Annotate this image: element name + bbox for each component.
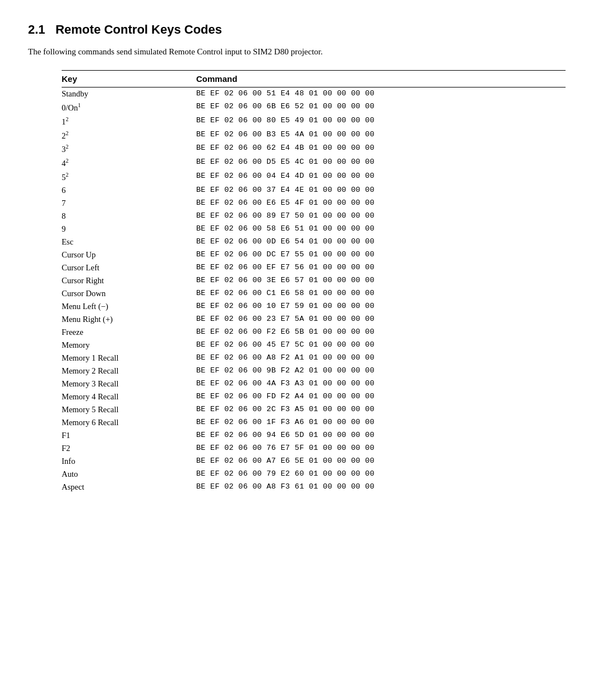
table-row: EscBE EF 02 06 00 0D E6 54 01 00 00 00 0…: [62, 236, 566, 248]
key-cell: Cursor Right: [62, 274, 196, 287]
table-row: Memory 6 RecallBE EF 02 06 00 1F F3 A6 0…: [62, 416, 566, 429]
key-cell: Cursor Up: [62, 248, 196, 261]
key-cell: Aspect: [62, 481, 196, 494]
command-cell: BE EF 02 06 00 45 E7 5C 01 00 00 00 00: [196, 339, 566, 352]
table-row: MemoryBE EF 02 06 00 45 E7 5C 01 00 00 0…: [62, 339, 566, 352]
keys-table: Key Command StandbyBE EF 02 06 00 51 E4 …: [62, 70, 566, 494]
key-cell: Memory 6 Recall: [62, 416, 196, 429]
command-cell: BE EF 02 06 00 04 E4 4D 01 00 00 00 00: [196, 170, 566, 184]
key-cell: Freeze: [62, 326, 196, 339]
command-cell: BE EF 02 06 00 89 E7 50 01 00 00 00 00: [196, 210, 566, 223]
key-cell: Auto: [62, 468, 196, 481]
key-cell: Memory: [62, 339, 196, 352]
table-row: F1BE EF 02 06 00 94 E6 5D 01 00 00 00 00: [62, 429, 566, 442]
key-cell: 9: [62, 223, 196, 236]
command-cell: BE EF 02 06 00 51 E4 48 01 00 00 00 00: [196, 88, 566, 101]
key-cell: Menu Right (+): [62, 313, 196, 326]
key-cell: Menu Left (−): [62, 300, 196, 313]
key-cell: 6: [62, 184, 196, 197]
key-cell: 0/On1: [62, 100, 196, 114]
command-cell: BE EF 02 06 00 2C F3 A5 01 00 00 00 00: [196, 403, 566, 416]
command-cell: BE EF 02 06 00 A8 F2 A1 01 00 00 00 00: [196, 352, 566, 365]
table-header-row: Key Command: [62, 71, 566, 88]
section-title: Remote Control Keys Codes: [55, 22, 222, 36]
table-container: Key Command StandbyBE EF 02 06 00 51 E4 …: [62, 70, 566, 494]
table-row: 7BE EF 02 06 00 E6 E5 4F 01 00 00 00 00: [62, 197, 566, 210]
key-cell: 42: [62, 156, 196, 170]
key-cell: Info: [62, 455, 196, 468]
table-row: Cursor LeftBE EF 02 06 00 EF E7 56 01 00…: [62, 261, 566, 274]
command-cell: BE EF 02 06 00 0D E6 54 01 00 00 00 00: [196, 236, 566, 248]
command-cell: BE EF 02 06 00 D5 E5 4C 01 00 00 00 00: [196, 156, 566, 170]
command-cell: BE EF 02 06 00 62 E4 4B 01 00 00 00 00: [196, 142, 566, 156]
command-cell: BE EF 02 06 00 37 E4 4E 01 00 00 00 00: [196, 184, 566, 197]
section-number: 2.1: [28, 22, 45, 36]
command-cell: BE EF 02 06 00 58 E6 51 01 00 00 00 00: [196, 223, 566, 236]
command-cell: BE EF 02 06 00 9B F2 A2 01 00 00 00 00: [196, 365, 566, 377]
command-cell: BE EF 02 06 00 79 E2 60 01 00 00 00 00: [196, 468, 566, 481]
table-row: AspectBE EF 02 06 00 A8 F3 61 01 00 00 0…: [62, 481, 566, 494]
key-cell: 52: [62, 170, 196, 184]
key-cell: Memory 3 Recall: [62, 377, 196, 390]
table-row: FreezeBE EF 02 06 00 F2 E6 5B 01 00 00 0…: [62, 326, 566, 339]
key-cell: 12: [62, 114, 196, 128]
table-row: Memory 1 RecallBE EF 02 06 00 A8 F2 A1 0…: [62, 352, 566, 365]
command-cell: BE EF 02 06 00 A8 F3 61 01 00 00 00 00: [196, 481, 566, 494]
superscript: 2: [66, 144, 68, 150]
command-cell: BE EF 02 06 00 1F F3 A6 01 00 00 00 00: [196, 416, 566, 429]
key-cell: 8: [62, 210, 196, 223]
table-row: Memory 3 RecallBE EF 02 06 00 4A F3 A3 0…: [62, 377, 566, 390]
key-cell: 22: [62, 128, 196, 142]
table-row: Memory 5 RecallBE EF 02 06 00 2C F3 A5 0…: [62, 403, 566, 416]
command-cell: BE EF 02 06 00 E6 E5 4F 01 00 00 00 00: [196, 197, 566, 210]
key-cell: Memory 1 Recall: [62, 352, 196, 365]
table-row: 52BE EF 02 06 00 04 E4 4D 01 00 00 00 00: [62, 170, 566, 184]
col-header-command: Command: [196, 71, 566, 88]
table-row: StandbyBE EF 02 06 00 51 E4 48 01 00 00 …: [62, 88, 566, 101]
key-cell: Standby: [62, 88, 196, 101]
command-cell: BE EF 02 06 00 4A F3 A3 01 00 00 00 00: [196, 377, 566, 390]
key-cell: Memory 4 Recall: [62, 390, 196, 403]
table-row: Memory 2 RecallBE EF 02 06 00 9B F2 A2 0…: [62, 365, 566, 377]
command-cell: BE EF 02 06 00 EF E7 56 01 00 00 00 00: [196, 261, 566, 274]
key-cell: Cursor Down: [62, 287, 196, 300]
superscript: 2: [66, 172, 68, 178]
table-row: Menu Left (−)BE EF 02 06 00 10 E7 59 01 …: [62, 300, 566, 313]
command-cell: BE EF 02 06 00 3E E6 57 01 00 00 00 00: [196, 274, 566, 287]
key-cell: 7: [62, 197, 196, 210]
command-cell: BE EF 02 06 00 A7 E6 5E 01 00 00 00 00: [196, 455, 566, 468]
table-row: 22BE EF 02 06 00 B3 E5 4A 01 00 00 00 00: [62, 128, 566, 142]
table-row: 12BE EF 02 06 00 80 E5 49 01 00 00 00 00: [62, 114, 566, 128]
superscript: 1: [78, 102, 81, 108]
key-cell: Esc: [62, 236, 196, 248]
command-cell: BE EF 02 06 00 94 E6 5D 01 00 00 00 00: [196, 429, 566, 442]
table-row: F2BE EF 02 06 00 76 E7 5F 01 00 00 00 00: [62, 442, 566, 455]
command-cell: BE EF 02 06 00 23 E7 5A 01 00 00 00 00: [196, 313, 566, 326]
superscript: 2: [66, 158, 68, 164]
table-row: 42BE EF 02 06 00 D5 E5 4C 01 00 00 00 00: [62, 156, 566, 170]
superscript: 2: [66, 130, 68, 136]
command-cell: BE EF 02 06 00 C1 E6 58 01 00 00 00 00: [196, 287, 566, 300]
key-cell: Memory 5 Recall: [62, 403, 196, 416]
key-cell: F2: [62, 442, 196, 455]
command-cell: BE EF 02 06 00 B3 E5 4A 01 00 00 00 00: [196, 128, 566, 142]
command-cell: BE EF 02 06 00 76 E7 5F 01 00 00 00 00: [196, 442, 566, 455]
intro-paragraph: The following commands send simulated Re…: [28, 47, 588, 57]
command-cell: BE EF 02 06 00 80 E5 49 01 00 00 00 00: [196, 114, 566, 128]
key-cell: Cursor Left: [62, 261, 196, 274]
table-row: InfoBE EF 02 06 00 A7 E6 5E 01 00 00 00 …: [62, 455, 566, 468]
col-header-key: Key: [62, 71, 196, 88]
command-cell: BE EF 02 06 00 F2 E6 5B 01 00 00 00 00: [196, 326, 566, 339]
table-row: Menu Right (+)BE EF 02 06 00 23 E7 5A 01…: [62, 313, 566, 326]
table-row: 9BE EF 02 06 00 58 E6 51 01 00 00 00 00: [62, 223, 566, 236]
table-row: Cursor UpBE EF 02 06 00 DC E7 55 01 00 0…: [62, 248, 566, 261]
command-cell: BE EF 02 06 00 6B E6 52 01 00 00 00 00: [196, 100, 566, 114]
command-cell: BE EF 02 06 00 DC E7 55 01 00 00 00 00: [196, 248, 566, 261]
table-row: 6BE EF 02 06 00 37 E4 4E 01 00 00 00 00: [62, 184, 566, 197]
section-heading: 2.1 Remote Control Keys Codes: [28, 22, 588, 37]
command-cell: BE EF 02 06 00 10 E7 59 01 00 00 00 00: [196, 300, 566, 313]
table-row: AutoBE EF 02 06 00 79 E2 60 01 00 00 00 …: [62, 468, 566, 481]
key-cell: Memory 2 Recall: [62, 365, 196, 377]
command-cell: BE EF 02 06 00 FD F2 A4 01 00 00 00 00: [196, 390, 566, 403]
superscript: 2: [66, 116, 68, 122]
